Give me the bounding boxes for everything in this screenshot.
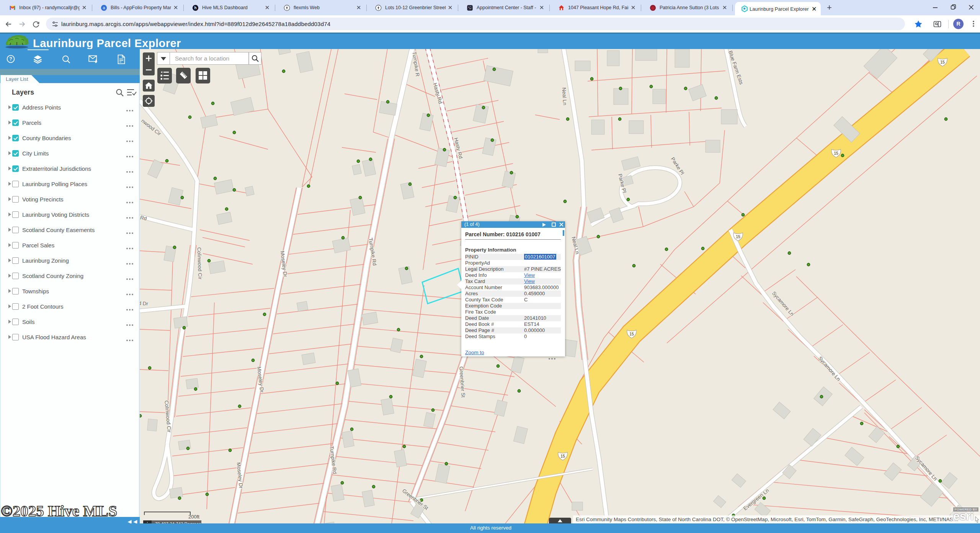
svg-text:d Dr: d Dr [140,300,149,306]
svg-text:15: 15 [834,151,838,155]
svg-text:Colinwood Cir: Colinwood Cir [196,247,203,280]
svg-text:h: h [194,6,196,10]
svg-text:Neal Ln: Neal Ln [561,87,568,105]
svg-text:15: 15 [736,234,740,239]
svg-text:15: 15 [940,60,945,64]
svg-text:15: 15 [629,332,634,336]
svg-text:a: a [103,5,105,10]
svg-text:?: ? [9,56,12,62]
svg-text:15: 15 [560,454,565,458]
svg-text:Rd: Rd [140,215,147,222]
